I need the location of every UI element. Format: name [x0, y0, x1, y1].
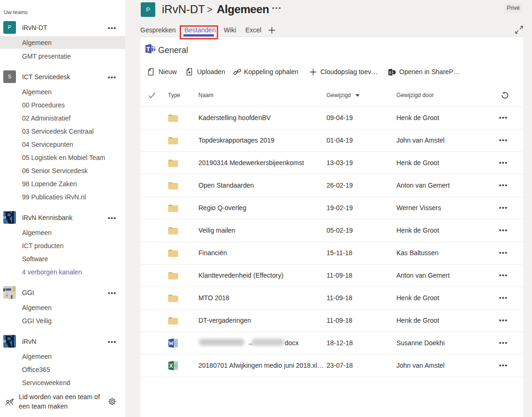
svg-text:s: s — [389, 70, 391, 75]
